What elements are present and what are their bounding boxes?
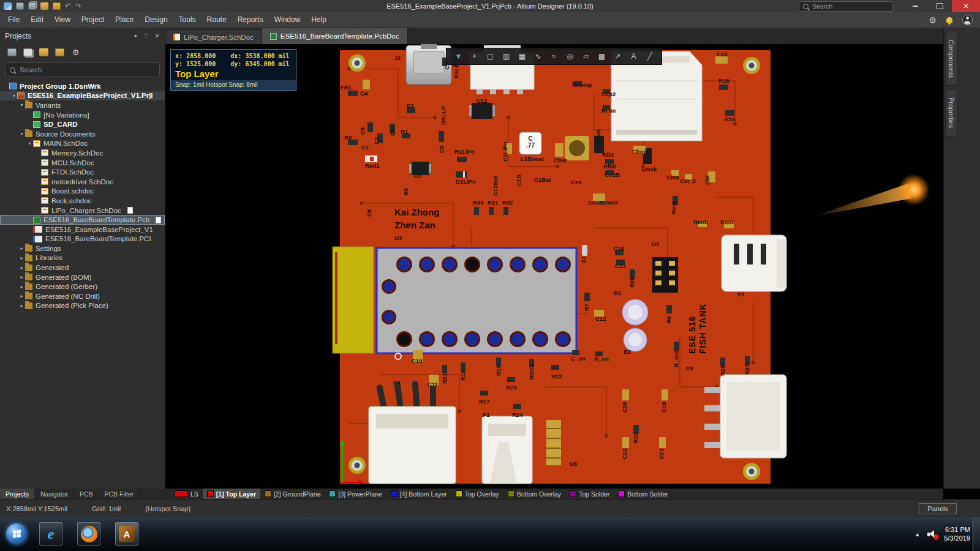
string-icon[interactable]: A xyxy=(627,50,641,62)
led-red1[interactable] xyxy=(365,156,377,162)
redo-icon[interactable]: ↷ xyxy=(75,2,81,10)
menu-item-edit[interactable]: Edit xyxy=(25,12,49,28)
tree-item[interactable]: ▸Settings xyxy=(0,244,165,253)
menu-item-project[interactable]: Project xyxy=(76,12,110,28)
menu-item-view[interactable]: View xyxy=(49,12,76,28)
select-area-icon[interactable]: ▢ xyxy=(483,50,497,62)
save-all-icon[interactable] xyxy=(28,2,36,10)
tree-item[interactable]: ▸Generated (BOM) xyxy=(0,272,165,282)
maximize-button[interactable] xyxy=(927,0,952,12)
tree-item[interactable]: ESE516_BareBoardTemplate.PCI xyxy=(0,234,165,244)
layer-tab[interactable]: [2] GroundPlane xyxy=(260,489,325,499)
tree-item[interactable]: ▾MAIN.SchDoc xyxy=(0,139,165,149)
settings-icon[interactable]: ⚙ xyxy=(71,48,80,56)
dip-socket-u3[interactable] xyxy=(377,248,576,353)
tray-expand-icon[interactable]: ▲ xyxy=(914,531,920,538)
save-icon[interactable] xyxy=(7,48,17,56)
new-document-icon[interactable] xyxy=(4,2,12,10)
pcb-3d-view[interactable] xyxy=(165,44,943,489)
close-button[interactable] xyxy=(952,0,980,12)
menu-item-help[interactable]: Help xyxy=(306,12,332,28)
layer-tab[interactable]: Bottom Overlay xyxy=(503,489,565,499)
panel-menu-icon[interactable]: ▾ xyxy=(134,32,137,39)
document-tab[interactable]: LiPo_Charger.SchDoc xyxy=(165,30,262,44)
tree-item[interactable]: ▾Variants xyxy=(0,100,165,110)
layer-tab[interactable]: LS xyxy=(170,489,203,499)
taskbar-internet-explorer[interactable]: e xyxy=(39,522,62,545)
start-button[interactable] xyxy=(6,523,27,544)
tree-item[interactable]: MCU.SchDoc xyxy=(0,158,165,168)
tree-expand-arrow[interactable]: ▾ xyxy=(18,102,25,108)
right-tab-components[interactable]: Components xyxy=(945,32,957,86)
layer-tab[interactable]: [4] Bottom Layer xyxy=(386,489,451,499)
route-icon[interactable]: ∿ xyxy=(531,50,545,62)
panel-tab-navigator[interactable]: Navigator xyxy=(35,489,74,499)
minimize-button[interactable] xyxy=(903,0,927,12)
tree-item[interactable]: FTDI.SchDoc xyxy=(0,167,165,177)
tree-item[interactable]: motordriver.SchDoc xyxy=(0,177,165,187)
taskbar-clock[interactable]: 6:31 PM 5/3/2019 xyxy=(944,526,970,542)
user-avatar[interactable] xyxy=(962,15,973,25)
line-icon[interactable]: ╱ xyxy=(643,50,657,62)
panel-tab-projects[interactable]: Projects xyxy=(0,489,35,499)
tree-item[interactable]: Memory.SchDoc xyxy=(0,148,165,158)
diode-d1lipo[interactable] xyxy=(456,171,467,178)
ic-u1[interactable] xyxy=(409,162,431,175)
plane-icon[interactable]: ▱ xyxy=(579,50,593,62)
tree-item[interactable]: Project Group 1.DsnWrk xyxy=(0,81,165,91)
curve-icon[interactable]: ≈ xyxy=(547,50,561,62)
open-project-icon[interactable] xyxy=(55,48,64,56)
layer-tab[interactable]: Bottom Solder xyxy=(614,489,673,499)
button-b1[interactable] xyxy=(622,299,648,325)
tree-item[interactable]: LiPo_Charger.SchDoc xyxy=(0,206,165,216)
projects-search-input[interactable]: Search xyxy=(5,62,160,77)
tree-item[interactable]: ▸Generated (Pick Place) xyxy=(0,301,165,311)
tree-item[interactable]: ▾ESE516_ExampleBaseProject_V1.PrjI xyxy=(0,91,165,101)
tree-item[interactable]: [No Variations] xyxy=(0,110,165,120)
open-icon[interactable] xyxy=(39,48,48,56)
document-tab[interactable]: ESE516_BareBoardTemplate.PcbDoc xyxy=(262,28,408,44)
connector-p1[interactable] xyxy=(482,416,532,484)
layer-tab[interactable]: [1] Top Layer xyxy=(203,489,260,499)
menu-item-tools[interactable]: Tools xyxy=(173,12,202,28)
settings-gear-icon[interactable]: ⚙ xyxy=(929,15,937,25)
tree-item[interactable]: ▸Generated xyxy=(0,263,165,272)
tree-expand-arrow[interactable]: ▸ xyxy=(18,293,25,299)
tree-item[interactable]: Boost.schdoc xyxy=(0,187,165,197)
add-icon[interactable]: + xyxy=(467,50,481,62)
crystal-x1[interactable] xyxy=(582,245,587,256)
filter-icon[interactable]: ▼ xyxy=(451,50,466,62)
layer-tab[interactable]: Top Overlay xyxy=(451,489,503,499)
notifications-bell-icon[interactable] xyxy=(946,17,952,23)
save-icon[interactable] xyxy=(16,2,24,10)
panel-tab-pcb[interactable]: PCB xyxy=(74,489,99,499)
tree-expand-arrow[interactable]: ▸ xyxy=(18,303,25,309)
tree-expand-arrow[interactable]: ▾ xyxy=(10,93,17,99)
tree-item[interactable]: ▸Generated (Gerber) xyxy=(0,282,165,291)
button-b2[interactable] xyxy=(624,328,647,351)
via-icon[interactable]: ◎ xyxy=(563,50,577,62)
tree-item[interactable]: Buck.schdoc xyxy=(0,196,165,206)
connector-p2[interactable] xyxy=(722,235,786,291)
layer-tab[interactable]: [3] PowerPlane xyxy=(325,489,386,499)
columns-icon[interactable]: ▥ xyxy=(499,50,513,62)
tree-expand-arrow[interactable]: ▾ xyxy=(18,131,25,137)
menu-item-design[interactable]: Design xyxy=(139,12,173,28)
tree-item[interactable]: SD_CARD xyxy=(0,119,165,129)
open-icon[interactable] xyxy=(40,2,48,10)
show-desktop-button[interactable] xyxy=(973,517,980,551)
ic-ubst[interactable] xyxy=(594,136,604,153)
pcb-editor-canvas[interactable]: J1C18R15FB1C4RcompCcp2Rl imR16D1DSLLPC3L… xyxy=(165,44,943,489)
pin-icon[interactable]: ⊤ xyxy=(143,32,149,39)
tree-item[interactable]: ESE516_ExampleBaseProject_V1 xyxy=(0,225,165,234)
tree-expand-arrow[interactable]: ▾ xyxy=(26,141,33,146)
mask-icon[interactable]: ▩ xyxy=(595,50,609,62)
menu-item-file[interactable]: File xyxy=(2,12,25,28)
global-search-input[interactable]: Search xyxy=(799,1,893,12)
measure-icon[interactable]: ↗ xyxy=(611,50,625,62)
menu-item-route[interactable]: Route xyxy=(202,12,232,28)
tree-expand-arrow[interactable]: ▸ xyxy=(18,246,25,251)
undo-icon[interactable]: ↶ xyxy=(65,2,71,10)
menu-item-window[interactable]: Window xyxy=(269,12,306,28)
tree-item[interactable]: ESE516_BareBoardTemplate.Pcb xyxy=(0,215,165,225)
